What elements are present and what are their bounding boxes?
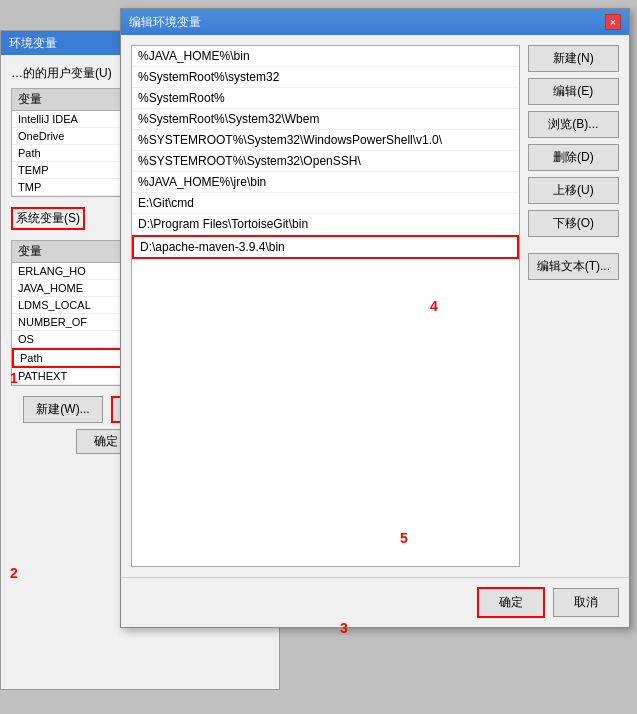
annotation-2: 2 [10, 565, 18, 581]
user-prefix: …的 [11, 66, 35, 80]
edit-text-button[interactable]: 编辑文本(T)... [528, 253, 619, 280]
path-list-item[interactable]: E:\Git\cmd [132, 193, 519, 214]
system-section-label: 系统变量(S) [11, 207, 85, 230]
main-dialog-footer: 确定 取消 [121, 577, 629, 627]
side-buttons: 新建(N) 编辑(E) 浏览(B)... 删除(D) 上移(U) 下移(O) 编… [528, 45, 619, 567]
path-list-item[interactable]: %SYSTEMROOT%\System32\WindowsPowerShell\… [132, 130, 519, 151]
main-dialog-body: %JAVA_HOME%\bin%SystemRoot%\system32%Sys… [121, 35, 629, 577]
move-down-button[interactable]: 下移(O) [528, 210, 619, 237]
path-list-item[interactable]: %SYSTEMROOT%\System32\OpenSSH\ [132, 151, 519, 172]
main-dialog-title: 编辑环境变量 [129, 14, 605, 31]
cancel-button[interactable]: 取消 [553, 588, 619, 617]
close-icon: × [610, 16, 616, 28]
annotation-5: 5 [400, 530, 408, 546]
path-list-item[interactable]: D:\Program Files\TortoiseGit\bin [132, 214, 519, 235]
path-list-item[interactable]: %SystemRoot%\system32 [132, 67, 519, 88]
new-n-button[interactable]: 新建(N) [528, 45, 619, 72]
edit-e-button[interactable]: 编辑(E) [528, 78, 619, 105]
path-list-item[interactable]: D:\apache-maven-3.9.4\bin [132, 235, 519, 259]
annotation-1: 1 [10, 370, 18, 386]
bg-window-title: 环境变量 [9, 35, 57, 52]
path-list-item[interactable]: %JAVA_HOME%\bin [132, 46, 519, 67]
annotation-3: 3 [340, 620, 348, 636]
browse-button[interactable]: 浏览(B)... [528, 111, 619, 138]
path-list-item[interactable]: %SystemRoot% [132, 88, 519, 109]
confirm-button[interactable]: 确定 [477, 587, 545, 618]
main-edit-dialog: 编辑环境变量 × %JAVA_HOME%\bin%SystemRoot%\sys… [120, 8, 630, 628]
close-button[interactable]: × [605, 14, 621, 30]
new-w-button[interactable]: 新建(W)... [23, 396, 102, 423]
path-list-item[interactable]: %SystemRoot%\System32\Wbem [132, 109, 519, 130]
path-list[interactable]: %JAVA_HOME%\bin%SystemRoot%\system32%Sys… [131, 45, 520, 567]
path-list-item[interactable]: %JAVA_HOME%\jre\bin [132, 172, 519, 193]
move-up-button[interactable]: 上移(U) [528, 177, 619, 204]
annotation-4: 4 [430, 298, 438, 314]
main-dialog-titlebar: 编辑环境变量 × [121, 9, 629, 35]
delete-d-button[interactable]: 删除(D) [528, 144, 619, 171]
